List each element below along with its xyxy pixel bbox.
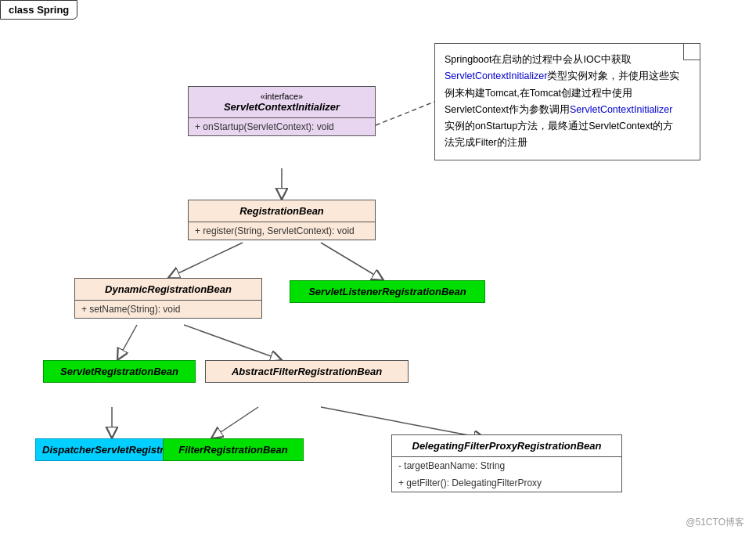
filter-reg-box: FilterRegistrationBean (163, 438, 304, 461)
delegating-field: - targetBeanName: String (392, 457, 621, 474)
note-line4: ServletContext作为参数调用ServletContextInitia… (445, 102, 690, 118)
stereotype-label: «interface» (195, 92, 369, 101)
servlet-reg-box: ServletRegistrationBean (43, 360, 196, 383)
svg-line-4 (117, 325, 137, 360)
filter-reg-header: FilterRegistrationBean (164, 439, 303, 460)
filter-reg-name: FilterRegistrationBean (170, 444, 297, 456)
svg-line-5 (184, 325, 282, 360)
svg-line-8 (321, 407, 485, 438)
note-line5: 实例的onStartup方法，最终通过ServletContext的方 (445, 118, 690, 135)
registration-header: RegistrationBean (189, 200, 375, 222)
servlet-listener-name: ServletListenerRegistrationBean (297, 286, 478, 297)
servlet-reg-name: ServletRegistrationBean (50, 366, 189, 377)
servlet-listener-box: ServletListenerRegistrationBean (290, 280, 485, 303)
diagram: class Spring «interface (0, 0, 756, 537)
servlet-listener-header: ServletListenerRegistrationBean (290, 281, 484, 302)
registration-name: RegistrationBean (195, 205, 369, 217)
interface-method: + onStartup(ServletContext): void (189, 118, 375, 135)
dynamic-header: DynamicRegistrationBean (75, 279, 261, 300)
note-line1: Springboot在启动的过程中会从IOC中获取 (445, 52, 690, 68)
svg-line-9 (376, 102, 434, 125)
registration-method: + register(String, ServletContext): void (189, 222, 375, 240)
dynamic-name: DynamicRegistrationBean (81, 283, 255, 295)
abstract-filter-header: AbstractFilterRegistrationBean (206, 361, 408, 382)
note-line6: 法完成Filter的注册 (445, 135, 690, 151)
title-badge: class Spring (0, 0, 77, 20)
dynamic-box: DynamicRegistrationBean + setName(String… (74, 278, 262, 319)
registration-bean-box: RegistrationBean + register(String, Serv… (188, 200, 376, 240)
delegating-name: DelegatingFilterProxyRegistrationBean (398, 440, 615, 452)
delegating-header: DelegatingFilterProxyRegistrationBean (392, 435, 621, 456)
svg-line-7 (211, 407, 258, 438)
watermark: @51CTO博客 (686, 516, 744, 529)
interface-box: «interface» ServletContextInitializer + … (188, 86, 376, 136)
note-box: Springboot在启动的过程中会从IOC中获取 ServletContext… (434, 43, 700, 160)
servlet-reg-header: ServletRegistrationBean (44, 361, 195, 382)
diagram-title: class Spring (9, 4, 69, 16)
abstract-filter-name: AbstractFilterRegistrationBean (212, 366, 401, 377)
interface-name: ServletContextInitializer (195, 101, 369, 113)
abstract-filter-box: AbstractFilterRegistrationBean (205, 360, 409, 383)
delegating-box: DelegatingFilterProxyRegistrationBean - … (391, 434, 622, 492)
note-line2: ServletContextInitializer类型实例对象，并使用这些实 (445, 68, 690, 85)
delegating-method: + getFilter(): DelegatingFilterProxy (392, 474, 621, 492)
interface-header: «interface» ServletContextInitializer (189, 87, 375, 117)
note-line3: 例来构建Tomcat,在Tomcat创建过程中使用 (445, 85, 690, 102)
dynamic-method: + setName(String): void (75, 301, 261, 318)
svg-line-2 (168, 243, 243, 278)
svg-line-3 (321, 243, 383, 280)
